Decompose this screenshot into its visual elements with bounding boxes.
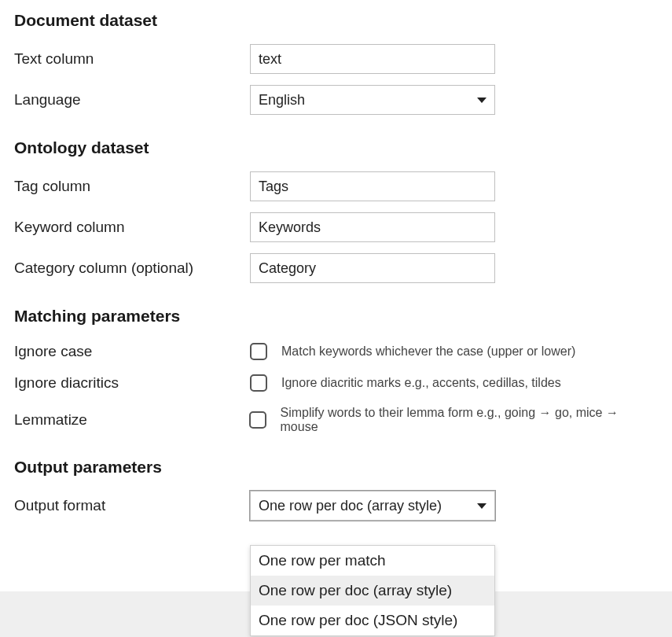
text-column-label: Text column bbox=[14, 50, 250, 68]
tag-column-label: Tag column bbox=[14, 178, 250, 195]
language-value: English bbox=[259, 92, 305, 109]
tag-column-input[interactable]: Tags bbox=[250, 171, 495, 201]
section-ontology-dataset: Ontology dataset bbox=[14, 138, 658, 157]
ignore-case-label: Ignore case bbox=[14, 343, 250, 360]
category-column-label: Category column (optional) bbox=[14, 260, 250, 277]
text-column-input[interactable]: text bbox=[250, 44, 495, 74]
output-format-select[interactable]: One row per doc (array style) bbox=[250, 491, 495, 521]
ignore-diacritics-label: Ignore diacritics bbox=[14, 374, 250, 392]
output-format-label: Output format bbox=[14, 497, 250, 514]
language-select[interactable]: English bbox=[250, 85, 495, 115]
category-column-value: Category bbox=[259, 260, 316, 277]
ignore-diacritics-description: Ignore diacritic marks e.g., accents, ce… bbox=[281, 376, 561, 390]
keyword-column-label: Keyword column bbox=[14, 219, 250, 236]
ignore-case-checkbox[interactable] bbox=[250, 343, 267, 360]
section-document-dataset: Document dataset bbox=[14, 11, 658, 30]
lemmatize-label: Lemmatize bbox=[14, 411, 249, 429]
output-format-dropdown: One row per match One row per doc (array… bbox=[250, 545, 495, 636]
output-format-option-one-row-per-match[interactable]: One row per match bbox=[251, 546, 494, 576]
output-format-option-one-row-per-doc-json[interactable]: One row per doc (JSON style) bbox=[251, 606, 494, 635]
text-column-value: text bbox=[259, 51, 281, 68]
section-matching-parameters: Matching parameters bbox=[14, 307, 658, 326]
chevron-down-icon bbox=[477, 503, 487, 509]
lemmatize-checkbox[interactable] bbox=[249, 411, 266, 429]
ignore-case-description: Match keywords whichever the case (upper… bbox=[281, 344, 575, 359]
chevron-down-icon bbox=[477, 98, 487, 103]
keyword-column-value: Keywords bbox=[259, 219, 321, 236]
section-output-parameters: Output parameters bbox=[14, 458, 658, 477]
output-format-option-one-row-per-doc-array[interactable]: One row per doc (array style) bbox=[251, 576, 494, 606]
lemmatize-description: Simplify words to their lemma form e.g.,… bbox=[281, 406, 658, 434]
output-format-value: One row per doc (array style) bbox=[259, 498, 442, 514]
keyword-column-input[interactable]: Keywords bbox=[250, 212, 495, 242]
category-column-input[interactable]: Category bbox=[250, 253, 495, 283]
ignore-diacritics-checkbox[interactable] bbox=[250, 374, 267, 392]
language-label: Language bbox=[14, 91, 250, 109]
tag-column-value: Tags bbox=[259, 179, 288, 195]
